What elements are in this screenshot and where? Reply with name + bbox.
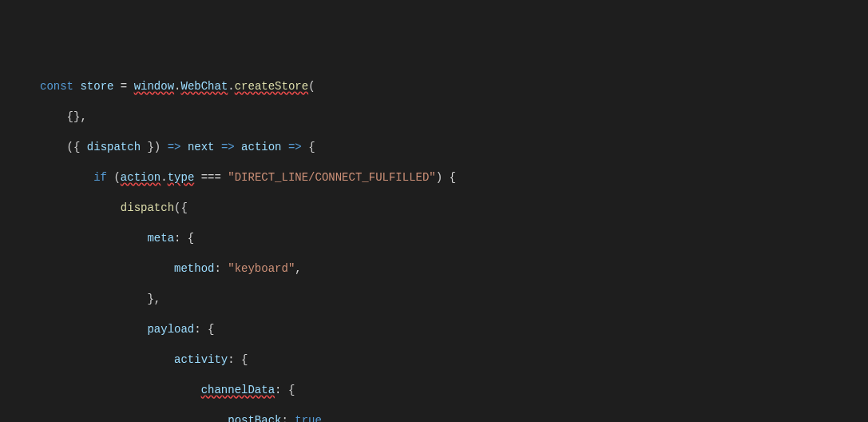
var-store: store (80, 80, 113, 93)
fn-createstore: createStore (235, 80, 308, 93)
prop-activity: activity (174, 353, 228, 366)
ident-window: window (134, 80, 174, 93)
keyword-if: if (93, 171, 107, 184)
code-line: const store = window.WebChat.createStore… (0, 79, 868, 94)
param-action: action (241, 141, 281, 153)
param-next: next (188, 141, 215, 153)
code-line: ({ dispatch }) => next => action => { (0, 140, 868, 155)
code-line: }, (0, 292, 868, 307)
kw-true: true (295, 414, 322, 422)
fn-dispatch: dispatch (121, 201, 174, 214)
prop-channeldata: channelData (201, 384, 275, 396)
code-line: channelData: { (0, 383, 868, 398)
code-line: meta: { (0, 231, 868, 246)
code-line: payload: { (0, 322, 868, 337)
prop-type: type (168, 171, 195, 184)
code-editor[interactable]: const store = window.WebChat.createStore… (0, 64, 868, 422)
code-line: activity: { (0, 352, 868, 368)
prop-postback: postBack (228, 414, 281, 422)
code-line: postBack: true, (0, 413, 868, 422)
code-line: method: "keyboard", (0, 261, 868, 277)
str-connect-fulfilled: "DIRECT_LINE/CONNECT_FULFILLED" (228, 171, 435, 184)
prop-payload: payload (147, 323, 194, 336)
ident-action: action (121, 171, 161, 184)
ident-webchat: WebChat (180, 80, 228, 93)
code-line: {}, (0, 109, 868, 125)
prop-method: method (174, 262, 214, 275)
code-line: dispatch({ (0, 201, 868, 216)
str-keyboard: "keyboard" (228, 262, 295, 275)
keyword-const: const (40, 80, 73, 93)
code-line: if (action.type === "DIRECT_LINE/CONNECT… (0, 170, 868, 185)
prop-meta: meta (147, 232, 174, 245)
param-dispatch: dispatch (87, 141, 141, 153)
